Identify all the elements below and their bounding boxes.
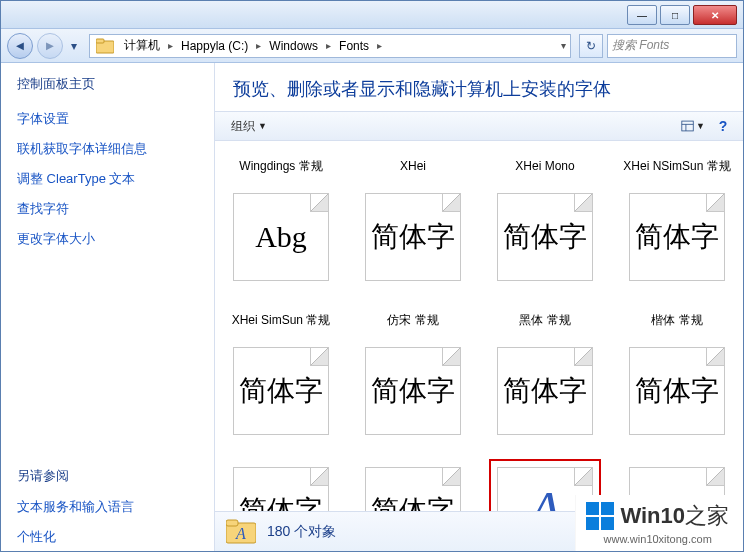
sidebar-link-personalize[interactable]: 个性化	[17, 523, 204, 551]
close-button[interactable]: ✕	[693, 5, 737, 25]
sidebar-link-find-char[interactable]: 查找字符	[17, 195, 204, 223]
sidebar-link-font-size[interactable]: 更改字体大小	[17, 225, 204, 253]
font-item[interactable]: 简体字 微软雅黑	[347, 455, 479, 511]
organize-label: 组织	[231, 118, 255, 135]
font-item[interactable]: 楷体 常规 简体字	[611, 301, 743, 455]
font-item[interactable]: XHei NSimSun 常规 简体字	[611, 147, 743, 301]
font-item[interactable]: XHei SimSun 常规 简体字	[215, 301, 347, 455]
font-thumb: 简体字	[365, 467, 461, 511]
font-label: XHei SimSun 常规	[232, 305, 331, 335]
organize-button[interactable]: 组织 ▼	[223, 115, 275, 137]
fonts-window: — □ ✕ ◄ ► ▾ 计算机 ▸ Happyla (C:) ▸ Windows…	[0, 0, 744, 552]
history-dropdown[interactable]: ▾	[67, 39, 81, 53]
maximize-button[interactable]: □	[660, 5, 690, 25]
svg-rect-2	[682, 121, 693, 131]
font-item[interactable]: 仿宋 常规 简体字	[347, 301, 479, 455]
font-thumb: 简体字	[629, 193, 725, 281]
font-item[interactable]: XHei Mono 简体字	[479, 147, 611, 301]
font-item[interactable]: XHei 简体字	[347, 147, 479, 301]
sidebar-link-online-fonts[interactable]: 联机获取字体详细信息	[17, 135, 204, 163]
sidebar-seealso-heading: 另请参阅	[17, 467, 204, 485]
watermark-url: www.win10xitong.com	[604, 533, 712, 545]
chevron-down-icon: ▼	[696, 121, 705, 131]
navbar: ◄ ► ▾ 计算机 ▸ Happyla (C:) ▸ Windows ▸ Fon…	[1, 29, 743, 63]
sidebar-link-font-settings[interactable]: 字体设置	[17, 105, 204, 133]
font-thumb: 简体字	[497, 347, 593, 435]
page-title: 预览、删除或者显示和隐藏计算机上安装的字体	[215, 63, 743, 111]
font-label: Wingdings 常规	[239, 151, 322, 181]
font-label: 仿宋 常规	[387, 305, 438, 335]
font-thumb: Abg	[233, 193, 329, 281]
status-count: 180 个对象	[267, 523, 336, 541]
address-bar[interactable]: 计算机 ▸ Happyla (C:) ▸ Windows ▸ Fonts ▸ ▾	[89, 34, 571, 58]
font-thumb: 简体字	[365, 347, 461, 435]
svg-text:A: A	[235, 525, 246, 542]
forward-button[interactable]: ►	[37, 33, 63, 59]
font-grid: Wingdings 常规 Abg XHei 简体字 XHei Mono 简体字 …	[215, 141, 743, 511]
font-thumb: 简体字	[365, 193, 461, 281]
breadcrumb[interactable]: Fonts	[335, 35, 373, 57]
help-button[interactable]: ?	[711, 115, 735, 137]
font-thumb: 简体字	[233, 467, 329, 511]
breadcrumb[interactable]: Happyla (C:)	[177, 35, 252, 57]
chevron-right-icon[interactable]: ▸	[373, 40, 386, 51]
font-label: 黑体 常规	[519, 305, 570, 335]
view-options-button[interactable]: ▼	[681, 115, 705, 137]
main-pane: 预览、删除或者显示和隐藏计算机上安装的字体 组织 ▼ ▼ ? Wingdings…	[215, 63, 743, 551]
font-thumb: 简体字	[629, 347, 725, 435]
sidebar-link-text-services[interactable]: 文本服务和输入语言	[17, 493, 204, 521]
sidebar: 控制面板主页 字体设置 联机获取字体详细信息 调整 ClearType 文本 查…	[1, 63, 215, 551]
chevron-right-icon[interactable]: ▸	[252, 40, 265, 51]
minimize-button[interactable]: —	[627, 5, 657, 25]
breadcrumb[interactable]: Windows	[265, 35, 322, 57]
breadcrumb[interactable]: 计算机	[120, 35, 164, 57]
chevron-down-icon: ▼	[258, 121, 267, 131]
font-item[interactable]: 黑体 常规 简体字	[479, 301, 611, 455]
body: 控制面板主页 字体设置 联机获取字体详细信息 调整 ClearType 文本 查…	[1, 63, 743, 551]
font-label: XHei Mono	[515, 151, 574, 181]
toolbar: 组织 ▼ ▼ ?	[215, 111, 743, 141]
watermark-text: Win10之家	[620, 501, 729, 531]
search-input[interactable]: 搜索 Fonts	[607, 34, 737, 58]
font-label: XHei	[400, 151, 426, 181]
titlebar: — □ ✕	[1, 1, 743, 29]
chevron-right-icon[interactable]: ▸	[164, 40, 177, 51]
svg-rect-1	[96, 39, 104, 43]
font-label: 楷体 常规	[651, 305, 702, 335]
font-item[interactable]: Wingdings 常规 Abg	[215, 147, 347, 301]
sidebar-link-cleartype[interactable]: 调整 ClearType 文本	[17, 165, 204, 193]
back-button[interactable]: ◄	[7, 33, 33, 59]
windows-logo-icon	[586, 502, 614, 530]
refresh-button[interactable]: ↻	[579, 34, 603, 58]
dropdown-icon[interactable]: ▾	[557, 40, 570, 51]
font-label: XHei NSimSun 常规	[623, 151, 730, 181]
chevron-right-icon[interactable]: ▸	[322, 40, 335, 51]
sidebar-heading: 控制面板主页	[17, 75, 204, 93]
fonts-folder-icon: A	[225, 516, 257, 548]
watermark: Win10之家 www.win10xitong.com	[575, 495, 743, 551]
font-thumb: 简体字	[233, 347, 329, 435]
folder-icon	[94, 36, 116, 56]
font-thumb: 简体字	[497, 193, 593, 281]
font-item[interactable]: 简体字 宋体 常规	[215, 455, 347, 511]
